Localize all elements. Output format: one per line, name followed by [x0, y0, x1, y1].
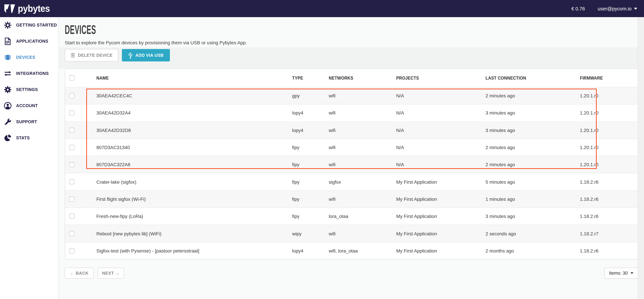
- row-checkbox[interactable]: [69, 162, 74, 167]
- row-checkbox[interactable]: [69, 145, 74, 150]
- user-email: user@pycom.io: [598, 6, 632, 11]
- cell-last-connection: 3 minutes ago: [486, 128, 580, 133]
- devices-table: NAME TYPE NETWORKS PROJECTS LAST CONNECT…: [65, 68, 638, 260]
- person-icon: [4, 102, 12, 110]
- table-row[interactable]: 30AEA42D32D8lopy4wifiN/A3 minutes ago1.2…: [65, 122, 638, 139]
- sidebar-item-label: APPLICATIONS: [16, 39, 48, 44]
- topbar-right: € 0.76 user@pycom.io: [571, 6, 637, 11]
- logo-text: pybytes: [18, 3, 50, 14]
- column-header-firmware: FIRMWARE: [580, 75, 638, 80]
- cell-projects: N/A: [396, 145, 486, 150]
- column-header-last-connection: LAST CONNECTION: [486, 75, 580, 80]
- cell-projects: My First Application: [396, 248, 486, 254]
- sidebar-item-integrations[interactable]: INTEGRATIONS: [0, 66, 58, 82]
- items-per-page-dropdown[interactable]: Items: 30: [604, 268, 638, 279]
- cell-type: fipy: [292, 162, 329, 168]
- table-row[interactable]: 807D3AC31340fipywifiN/A2 minutes ago1.20…: [65, 139, 638, 156]
- sidebar-item-account[interactable]: ACCOUNT: [0, 98, 58, 114]
- row-checkbox[interactable]: [69, 128, 74, 133]
- sidebar-item-label: SUPPORT: [16, 120, 37, 124]
- sidebar-item-label: ACCOUNT: [16, 104, 38, 108]
- pybytes-logo[interactable]: pybytes: [4, 3, 54, 14]
- table-row[interactable]: Sigfox-test (with Pysense) - [pastoor pe…: [65, 242, 638, 259]
- cell-projects: My First Application: [396, 196, 486, 202]
- select-all-checkbox[interactable]: [69, 76, 74, 80]
- table-row[interactable]: 30AEA42D32A4lopy4wifiN/A3 minutes ago1.2…: [65, 104, 638, 122]
- cell-type: lopy4: [292, 110, 329, 116]
- cell-projects: N/A: [396, 162, 486, 168]
- cell-last-connection: 2 minutes ago: [486, 93, 580, 98]
- account-balance[interactable]: € 0.76: [571, 6, 585, 11]
- cell-projects: My First Application: [396, 214, 486, 219]
- cell-type: fipy: [292, 196, 329, 202]
- cell-networks: wifi: [329, 128, 396, 133]
- cell-last-connection: 2 seconds ago: [486, 231, 580, 236]
- pycom-logo-icon: [4, 4, 15, 13]
- cell-firmware: 1.18.2.r6: [580, 214, 638, 219]
- cell-firmware: 1.20.1.r0: [580, 93, 638, 98]
- sidebar-item-support[interactable]: SUPPORT: [0, 114, 58, 130]
- table-row[interactable]: Crater-lake (sigfox)fipysigfoxMy First A…: [65, 173, 638, 190]
- scrollbar-track[interactable]: [638, 17, 644, 299]
- add-via-usb-label: ADD VIA USB: [135, 53, 164, 58]
- column-header-networks: NETWORKS: [329, 75, 396, 80]
- sidebar-item-settings[interactable]: SETTINGS: [0, 82, 58, 98]
- table-row[interactable]: Reboot [new pybytes lib] (WiFi)wipywifiM…: [65, 225, 638, 242]
- table-row[interactable]: 30AEA42CEC4CgpywifiN/A2 minutes ago1.20.…: [65, 87, 638, 104]
- cell-name: Crater-lake (sigfox): [96, 179, 292, 184]
- table-row[interactable]: Fresh-new-fipy (LoRa)fipylora_otaaMy Fir…: [65, 208, 638, 225]
- cell-name: Sigfox-test (with Pysense) - [pastoor pe…: [96, 248, 292, 254]
- row-checkbox-cell: [65, 93, 96, 98]
- user-menu[interactable]: user@pycom.io: [598, 6, 637, 11]
- row-checkbox[interactable]: [69, 179, 74, 184]
- row-checkbox[interactable]: [69, 110, 74, 116]
- sidebar-item-applications[interactable]: APPLICATIONS: [0, 33, 58, 49]
- cell-name: Reboot [new pybytes lib] (WiFi): [96, 231, 292, 236]
- row-checkbox[interactable]: [69, 248, 74, 253]
- sidebar-item-label: SETTINGS: [16, 87, 38, 92]
- code-document-icon: [4, 37, 12, 45]
- row-checkbox-cell: [65, 110, 96, 116]
- pie-chart-icon: [4, 134, 12, 142]
- cell-networks: wifi: [329, 231, 396, 236]
- row-checkbox-cell: [65, 128, 96, 133]
- row-checkbox-cell: [65, 196, 96, 202]
- cell-firmware: 1.18.2.r7: [580, 231, 638, 236]
- sidebar-item-stats[interactable]: STATS: [0, 130, 58, 146]
- column-header-projects: PROJECTS: [396, 75, 486, 80]
- cell-projects: N/A: [396, 110, 486, 116]
- sidebar-item-label: STATS: [16, 136, 30, 140]
- cell-last-connection: 3 minutes ago: [486, 214, 580, 219]
- row-checkbox[interactable]: [69, 196, 74, 202]
- column-header-type: TYPE: [292, 75, 329, 80]
- add-via-usb-button[interactable]: ADD VIA USB: [122, 49, 170, 62]
- column-header-name: NAME: [96, 75, 292, 80]
- row-checkbox-cell: [65, 145, 96, 150]
- table-row[interactable]: First flight sigfox (Wi-Fi)fipywifiMy Fi…: [65, 190, 638, 208]
- cell-name: Fresh-new-fipy (LoRa): [96, 214, 292, 219]
- row-checkbox[interactable]: [69, 214, 74, 219]
- gear-icon: [4, 86, 12, 94]
- cell-networks: wifi: [329, 93, 396, 98]
- next-button[interactable]: NEXT →: [98, 268, 124, 279]
- cell-name: 807D3AC31340: [96, 145, 292, 150]
- cell-firmware: 1.20.1.r0: [580, 145, 638, 150]
- cell-projects: My First Application: [396, 231, 486, 236]
- cell-type: lopy4: [292, 248, 329, 254]
- table-row[interactable]: 807D3AC322A8fipywifiN/A2 minutes ago1.20…: [65, 156, 638, 173]
- row-checkbox[interactable]: [69, 231, 74, 236]
- cell-name: 30AEA42CEC4C: [96, 93, 292, 98]
- sidebar-item-getting-started[interactable]: GETTING STARTED: [0, 17, 58, 33]
- delete-device-button[interactable]: DELETE DEVICE: [65, 49, 118, 62]
- cell-name: 807D3AC322A8: [96, 162, 292, 168]
- cell-projects: N/A: [396, 93, 486, 98]
- sidebar-item-devices[interactable]: DEVICES: [0, 49, 58, 66]
- cell-firmware: 1.20.1.r0: [580, 162, 638, 168]
- cell-firmware: 1.18.2.r6: [580, 248, 638, 254]
- cell-networks: wifi: [329, 110, 396, 116]
- row-checkbox[interactable]: [69, 93, 74, 98]
- topbar: pybytes € 0.76 user@pycom.io: [0, 0, 644, 17]
- back-button[interactable]: ← BACK: [65, 268, 94, 279]
- sidebar: GETTING STARTED APPLICATIONS DEVICES: [0, 17, 59, 299]
- chevron-down-icon: [630, 272, 633, 274]
